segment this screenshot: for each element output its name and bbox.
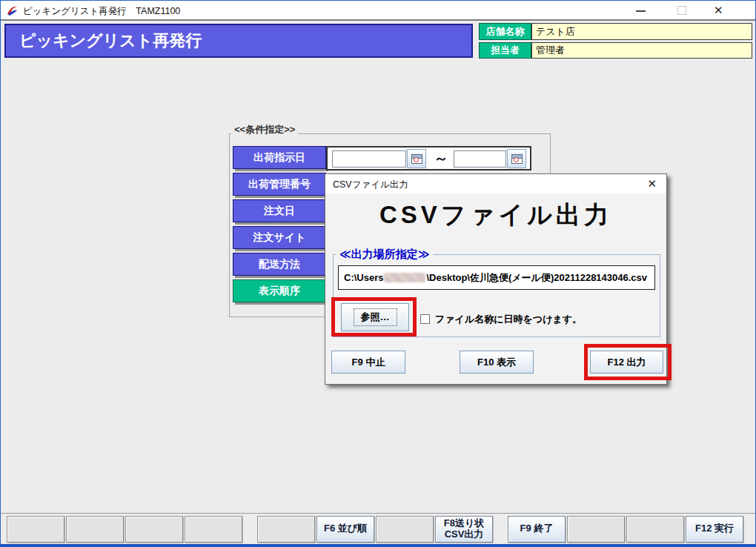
window-title: ピッキングリスト再発行 TAMZ1100 — [23, 5, 180, 18]
page-title: ピッキングリスト再発行 — [4, 24, 473, 58]
dialog-title: CSVファイル出力 — [333, 179, 408, 191]
append-datetime-checkbox-label: ファイル名称に日時をつけます。 — [435, 313, 582, 326]
fn-cell-empty — [125, 516, 183, 543]
calendar-icon — [511, 154, 523, 164]
range-separator: ～ — [429, 149, 453, 168]
ship-date-range-panel: ～ — [326, 146, 531, 170]
f8-shipping-label-csv-button[interactable]: F8送り状 CSV出力 — [435, 516, 493, 543]
label-ship-instruction-date: 出荷指示日 — [233, 146, 326, 169]
function-key-bar: F6 並び順 F8送り状 CSV出力 F9 終了 F12 実行 — [1, 513, 755, 544]
date-from-calendar-button[interactable] — [407, 149, 426, 168]
dialog-titlebar: CSVファイル出力 ✕ — [325, 174, 666, 193]
condition-group-label: <<条件指定>> — [231, 123, 298, 136]
path-suffix: \Desktop\佐川急便(メール便)20211228143046.csv — [426, 271, 647, 285]
fn-cell-empty — [185, 516, 242, 543]
date-from-input[interactable] — [332, 150, 406, 168]
fn-cell-empty — [626, 516, 684, 543]
dialog-close-icon[interactable]: ✕ — [647, 177, 657, 190]
fn-cell-empty — [376, 516, 434, 543]
f9-cancel-button[interactable]: F9 中止 — [331, 351, 405, 374]
f12-output-button[interactable]: F12 出力 — [590, 351, 663, 374]
date-to-calendar-button[interactable] — [507, 149, 526, 168]
browse-button-label: 参照… — [354, 308, 397, 326]
append-datetime-checkbox[interactable] — [420, 314, 430, 324]
label-ship-control-number: 出荷管理番号 — [233, 173, 326, 196]
fn-cell-empty — [66, 516, 124, 543]
dialog-heading: CSVファイル出力 — [325, 199, 666, 232]
maximize-icon — [677, 6, 686, 15]
store-name-label: 店舗名称 — [479, 23, 531, 40]
output-location-label: ≪出力場所指定≫ — [336, 248, 433, 262]
app-icon — [6, 4, 19, 17]
output-path-field[interactable]: C:\Users\Desktop\佐川急便(メール便)2021122814304… — [338, 265, 655, 290]
f10-view-button[interactable]: F10 表示 — [460, 351, 534, 374]
app-window: ピッキングリスト再発行 TAMZ1100 ✕ ピッキングリスト再発行 店舗名称 … — [0, 0, 756, 547]
label-delivery-method: 配送方法 — [233, 253, 326, 276]
f6-sort-button[interactable]: F6 並び順 — [316, 516, 374, 543]
calendar-icon — [411, 154, 422, 164]
fn-cell-empty — [567, 516, 625, 543]
close-icon[interactable]: ✕ — [714, 4, 723, 17]
redacted-username — [384, 273, 425, 282]
path-prefix: C:\Users — [344, 272, 383, 283]
store-name-value: テスト店 — [531, 23, 752, 40]
label-display-order: 表示順序 — [233, 279, 326, 302]
fn-cell-empty — [7, 516, 64, 543]
csv-output-dialog: CSVファイル出力 ✕ CSVファイル出力 ≪出力場所指定≫ C:\Users\… — [325, 173, 667, 385]
minimize-icon[interactable] — [636, 10, 646, 12]
window-titlebar: ピッキングリスト再発行 TAMZ1100 ✕ — [1, 1, 755, 21]
fn-cell-empty — [257, 516, 315, 543]
staff-value: 管理者 — [531, 42, 752, 59]
staff-label: 担当者 — [479, 42, 531, 59]
f9-exit-button[interactable]: F9 終了 — [508, 516, 566, 543]
browse-button[interactable]: 参照… — [341, 303, 409, 331]
date-to-input[interactable] — [454, 150, 506, 168]
f12-execute-button[interactable]: F12 実行 — [686, 516, 743, 543]
label-order-site: 注文サイト — [233, 226, 326, 249]
label-order-date: 注文日 — [233, 199, 326, 222]
